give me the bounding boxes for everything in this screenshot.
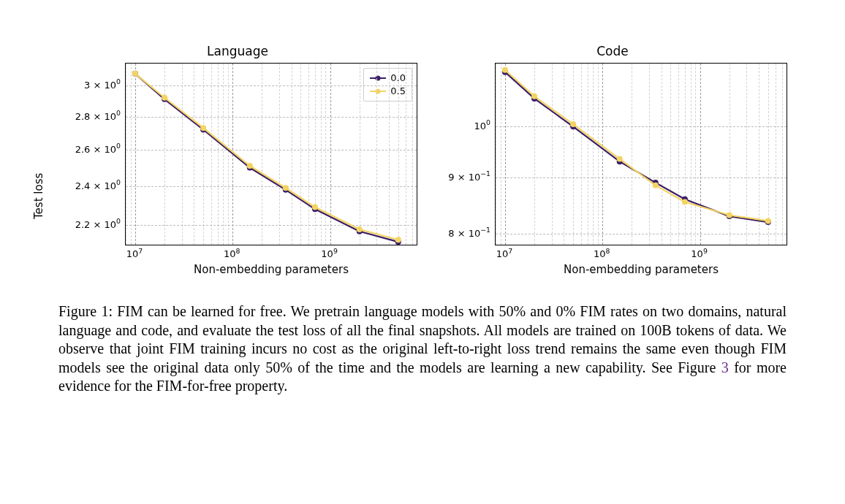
xlabel-language: Non-embedding parameters: [125, 263, 417, 276]
svg-point-27: [617, 156, 623, 162]
svg-point-10: [200, 125, 206, 131]
figure-caption: Figure 1: FIM can be learned for free. W…: [58, 302, 787, 396]
svg-point-15: [395, 237, 401, 243]
chart-title-code: Code: [438, 44, 787, 58]
yaxis-label: Test loss: [32, 173, 45, 219]
svg-point-8: [132, 71, 138, 77]
chart-language: Language 2.2 × 1002.4 × 1002.6 × 1002.8 …: [58, 44, 417, 276]
charts-row: Language 2.2 × 1002.4 × 1002.6 × 1002.8 …: [44, 44, 801, 276]
svg-point-28: [653, 183, 659, 188]
ytick-label: 2.8 × 100: [75, 110, 121, 121]
chart-title-language: Language: [58, 44, 417, 58]
plot-box-code: [495, 63, 787, 245]
svg-point-9: [162, 95, 167, 101]
xtick-label: 107: [496, 248, 513, 259]
ytick-label: 3 × 100: [84, 80, 121, 91]
xtick-label: 109: [691, 248, 708, 259]
xtick-label: 108: [594, 248, 610, 259]
xticks-language: 107108109: [125, 245, 417, 261]
yticks-language: 2.2 × 1002.4 × 1002.6 × 1002.8 × 1003 × …: [58, 63, 125, 245]
xtick-label: 109: [321, 248, 338, 259]
xtick-label: 107: [126, 248, 143, 259]
svg-point-25: [531, 93, 537, 99]
chart-code: Code 8 × 10−19 × 10−1100 107108109 Non-e…: [438, 44, 787, 276]
caption-figure-link[interactable]: 3: [721, 359, 729, 375]
ytick-label: 2.2 × 100: [75, 219, 121, 230]
svg-point-13: [312, 205, 318, 210]
svg-point-12: [283, 185, 289, 191]
ytick-label: 2.4 × 100: [75, 180, 121, 191]
svg-point-31: [765, 218, 771, 224]
ytick-label: 2.6 × 100: [75, 144, 121, 155]
xticks-code: 107108109: [495, 245, 787, 261]
xlabel-code: Non-embedding parameters: [495, 263, 787, 276]
svg-point-30: [727, 212, 732, 218]
svg-point-24: [502, 67, 508, 73]
ytick-label: 9 × 10−1: [448, 171, 490, 182]
ytick-label: 8 × 10−1: [448, 228, 490, 239]
svg-point-29: [682, 199, 688, 205]
yticks-code: 8 × 10−19 × 10−1100: [438, 63, 495, 245]
figure-page: Test loss Language 2.2 × 1002.4 × 1002.6…: [0, 0, 845, 504]
plot-box-language: 0.0 0.5: [125, 63, 417, 245]
svg-point-11: [247, 163, 253, 169]
xtick-label: 108: [224, 248, 240, 259]
svg-point-14: [357, 226, 363, 232]
svg-point-26: [570, 121, 576, 127]
caption-prefix: Figure 1: FIM can be learned for free.: [58, 303, 287, 319]
ytick-label: 100: [474, 121, 491, 131]
